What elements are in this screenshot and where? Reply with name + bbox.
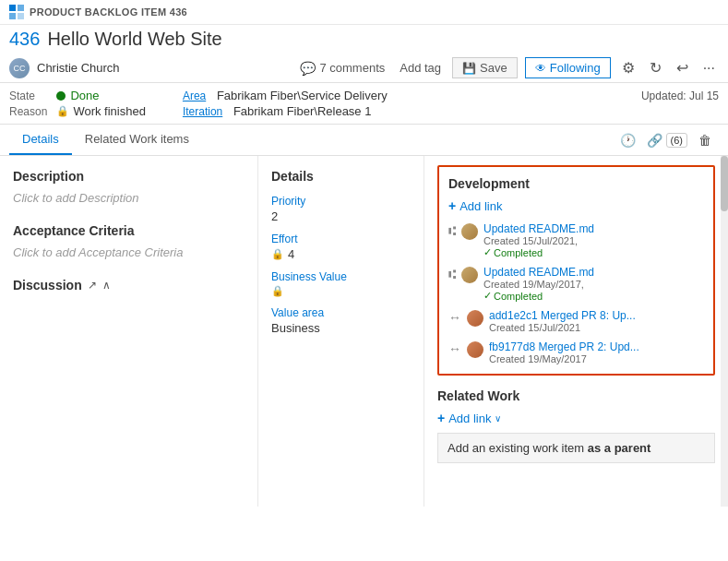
dev-item-1-link[interactable]: Updated README.md [483, 222, 594, 235]
iteration-value: Fabrikam Fiber\Release 1 [233, 104, 372, 118]
svg-rect-1 [18, 5, 24, 11]
acceptance-placeholder[interactable]: Click to add Acceptance Criteria [13, 245, 245, 259]
expand-discussion-button[interactable]: ↗ [88, 279, 97, 292]
description-title: Description [13, 169, 245, 184]
dev-item-4-avatar [467, 341, 483, 358]
left-panel: Description Click to add Description Acc… [0, 156, 258, 507]
user-name[interactable]: Christie Church [37, 61, 120, 75]
dev-item-2-link[interactable]: Updated README.md [483, 266, 594, 279]
collapse-discussion-button[interactable]: ∧ [102, 279, 111, 292]
check-icon-1: ✓ [483, 246, 492, 258]
priority-field: Priority 2 [271, 195, 411, 223]
tabs-bar: Details Related Work items 🕐 🔗 (6) 🗑 [0, 125, 728, 156]
dev-item-2: ⑆ Updated README.md Created 19/May/2017,… [448, 266, 704, 302]
dev-item-2-content: Updated README.md Created 19/May/2017, ✓… [483, 266, 594, 302]
area-section: Area Fabrikam Fiber\Service Delivery [155, 89, 632, 102]
content-area: Description Click to add Description Acc… [0, 156, 728, 507]
links-icon-button[interactable]: 🔗 [643, 129, 666, 151]
acceptance-criteria-section: Acceptance Criteria Click to add Accepta… [13, 223, 245, 259]
save-button[interactable]: 💾 Save [452, 57, 518, 78]
effort-label: Effort [271, 233, 411, 245]
undo-icon-button[interactable]: ↩ [673, 57, 692, 78]
dev-item-3-link[interactable]: add1e2c1 Merged PR 8: Up... [489, 309, 636, 322]
history-icon-button[interactable]: 🕐 [613, 129, 643, 151]
attachments-icon-button[interactable]: 🗑 [691, 129, 719, 151]
avatar: CC [9, 58, 30, 78]
dev-item-1-avatar [461, 223, 478, 240]
title-bar: 436 Hello World Web Site [0, 25, 728, 54]
tab-related-work[interactable]: Related Work items [72, 125, 202, 155]
svg-rect-0 [9, 5, 16, 11]
value-area-label: Value area [271, 306, 411, 319]
meta-bar: State Done Area Fabrikam Fiber\Service D… [0, 83, 728, 125]
effort-value: 🔒 4 [271, 247, 411, 261]
dev-add-link-button[interactable]: + Add link [448, 198, 502, 213]
reason-value: 🔒 Work finished [56, 104, 146, 118]
action-bar: CC Christie Church 💬 7 comments Add tag … [0, 54, 728, 83]
dev-item-2-meta: Created 19/May/2017, [483, 279, 594, 290]
tab-details[interactable]: Details [9, 125, 72, 155]
product-backlog-icon [9, 5, 24, 19]
scrollbar-thumb[interactable] [721, 156, 728, 211]
save-icon: 💾 [462, 62, 476, 75]
discussion-section: Discussion ↗ ∧ [13, 278, 245, 292]
area-label: Area [183, 90, 206, 102]
comments-button[interactable]: 💬 7 comments [296, 59, 388, 78]
business-value-field: Business Value 🔒 [271, 270, 411, 297]
development-section: Development + Add link ⑆ Updated README.… [437, 165, 715, 376]
related-work-title: Related Work [437, 388, 715, 403]
mid-panel: Details Priority 2 Effort 🔒 4 Business V… [258, 156, 424, 507]
pr-icon-4: ↔ [448, 341, 461, 356]
dev-item-1: ⑆ Updated README.md Created 15/Jul/2021,… [448, 222, 704, 258]
description-placeholder[interactable]: Click to add Description [13, 191, 245, 205]
settings-icon-button[interactable]: ⚙ [618, 57, 638, 78]
comments-count: 7 comments [319, 61, 385, 75]
business-value-icon: 🔒 [271, 285, 411, 297]
state-value: Done [56, 89, 146, 102]
add-existing-box[interactable]: Add an existing work item as a parent [437, 433, 715, 463]
effort-lock-icon: 🔒 [271, 248, 284, 260]
value-area-value: Business [271, 321, 411, 335]
area-value: Fabrikam Fiber\Service Delivery [217, 89, 388, 102]
following-button[interactable]: 👁 Following [525, 57, 611, 78]
related-plus-icon: + [437, 411, 445, 425]
more-options-button[interactable]: ··· [699, 58, 719, 78]
svg-rect-3 [18, 13, 24, 19]
related-work-section: Related Work + Add link ∨ Add an existin… [437, 388, 715, 463]
priority-label: Priority [271, 195, 411, 208]
add-tag-button[interactable]: Add tag [396, 59, 445, 77]
description-section: Description Click to add Description [13, 169, 245, 205]
dev-item-1-status: ✓ Completed [483, 246, 594, 258]
dev-item-3-content: add1e2c1 Merged PR 8: Up... Created 15/J… [489, 309, 636, 333]
lock-icon: 🔒 [56, 105, 69, 117]
refresh-icon-button[interactable]: ↻ [646, 57, 665, 78]
dev-item-1-meta: Created 15/Jul/2021, [483, 235, 594, 246]
business-value-label: Business Value [271, 270, 411, 283]
value-area-field: Value area Business [271, 306, 411, 335]
branch-icon-2: ⑆ [448, 267, 456, 281]
reason-label: Reason [9, 105, 47, 118]
state-dot [56, 91, 66, 101]
dev-item-2-avatar [461, 267, 478, 283]
development-title: Development [448, 176, 704, 191]
dev-item-4-meta: Created 19/May/2017 [489, 353, 639, 364]
dev-item-4-link[interactable]: fb9177d8 Merged PR 2: Upd... [489, 340, 639, 353]
dev-item-3-meta: Created 15/Jul/2021 [489, 322, 636, 333]
item-number: 436 [9, 29, 40, 50]
scrollbar[interactable] [721, 156, 728, 507]
dev-item-3-avatar [467, 310, 483, 327]
acceptance-title: Acceptance Criteria [13, 223, 245, 238]
add-existing-text: Add an existing work item [448, 441, 584, 455]
related-add-link-button[interactable]: + Add link ∨ [437, 411, 501, 425]
effort-field: Effort 🔒 4 [271, 233, 411, 261]
plus-icon: + [448, 198, 456, 213]
dev-item-3: ↔ add1e2c1 Merged PR 8: Up... Created 15… [448, 309, 704, 333]
dev-item-4-content: fb9177d8 Merged PR 2: Upd... Created 19/… [489, 340, 639, 364]
top-bar: PRODUCT BACKLOG ITEM 436 [0, 0, 728, 25]
branch-icon-1: ⑆ [448, 223, 456, 238]
updated-label: Updated: Jul 15 [641, 90, 719, 102]
dropdown-chevron-icon: ∨ [495, 413, 501, 424]
breadcrumb-text: PRODUCT BACKLOG ITEM 436 [30, 6, 187, 18]
eye-icon: 👁 [535, 62, 546, 75]
dev-item-2-status: ✓ Completed [483, 290, 594, 302]
